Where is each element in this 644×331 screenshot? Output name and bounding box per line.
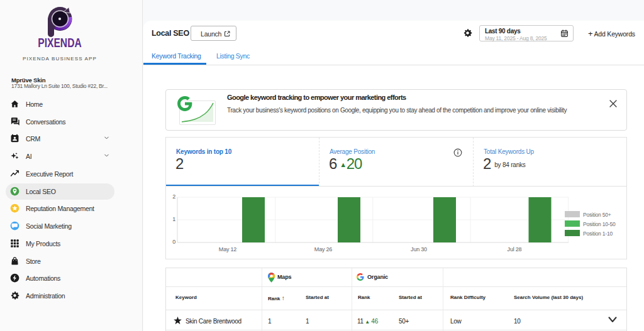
svg-text:May 26: May 26 bbox=[314, 246, 333, 252]
svg-text:Position 1-10: Position 1-10 bbox=[583, 231, 613, 237]
svg-text:Position 50+: Position 50+ bbox=[583, 212, 611, 218]
svg-text:2: 2 bbox=[172, 193, 175, 200]
svg-text:1: 1 bbox=[172, 216, 175, 222]
svg-text:Jul 28: Jul 28 bbox=[508, 246, 522, 252]
svg-text:Position 10-50: Position 10-50 bbox=[583, 221, 616, 227]
svg-text:Jun 30: Jun 30 bbox=[411, 246, 427, 252]
svg-text:0: 0 bbox=[172, 239, 175, 245]
svg-text:May 12: May 12 bbox=[219, 246, 237, 252]
